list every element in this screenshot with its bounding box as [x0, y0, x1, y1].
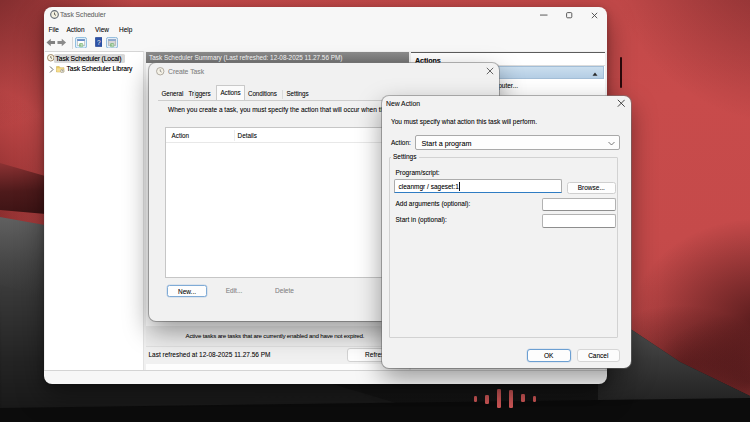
svg-text:?: ? [96, 39, 100, 46]
